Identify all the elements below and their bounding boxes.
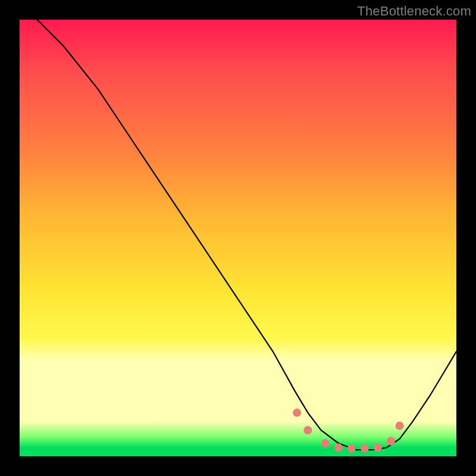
marker-dot (361, 444, 369, 453)
bottleneck-curve (37, 20, 456, 450)
marker-dot (387, 437, 395, 445)
marker-dot (374, 443, 382, 452)
marker-dot (303, 426, 312, 434)
marker-dot (347, 444, 356, 453)
chart-svg (20, 20, 456, 456)
marker-dot (396, 422, 404, 430)
marker-dot (334, 443, 343, 452)
marker-dot (321, 439, 330, 447)
plot-area (20, 20, 456, 456)
chart-frame: TheBottleneck.com (0, 0, 476, 476)
marker-dot (293, 409, 301, 417)
watermark-text: TheBottleneck.com (357, 4, 471, 19)
